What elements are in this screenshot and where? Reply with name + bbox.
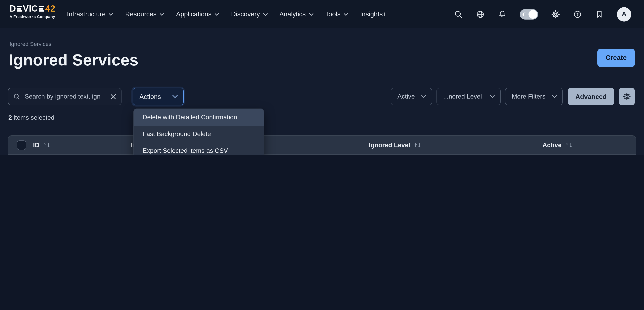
sort-icon: ↑↓ <box>565 142 572 148</box>
advanced-button[interactable]: Advanced <box>568 88 614 105</box>
user-avatar[interactable]: A <box>617 7 631 21</box>
globe-icon[interactable] <box>476 10 485 19</box>
toggle-knob <box>528 10 537 19</box>
menu-insights[interactable]: Insights+ <box>360 10 386 18</box>
search-box <box>8 88 122 105</box>
settings-gear-icon[interactable] <box>551 10 560 19</box>
brand-42: 42 <box>45 5 55 13</box>
menu-discovery[interactable]: Discovery <box>231 10 268 18</box>
chevron-down-icon <box>490 95 495 98</box>
chevron-down-icon <box>172 95 178 98</box>
brand-tagline: A Freshworks Company <box>10 14 55 19</box>
filter-ignored-level[interactable]: ...nored Level <box>436 88 500 105</box>
filter-bar: Active ...nored Level More Filters Advan… <box>391 88 635 105</box>
chevron-down-icon <box>309 13 313 16</box>
brand-e-icon <box>17 6 22 12</box>
actions-dropdown-menu: Delete with Detailed Confirmation Fast B… <box>134 108 264 155</box>
search-icon <box>13 93 20 100</box>
menu-tools[interactable]: Tools <box>325 10 348 18</box>
ignored-services-table: ID↑↓ Ignored Text Ignored Level↑↓ Active… <box>8 135 636 155</box>
menu-resources[interactable]: Resources <box>125 10 164 18</box>
chevron-down-icon <box>263 13 268 16</box>
create-button[interactable]: Create <box>598 49 635 67</box>
navbar-actions: ? A <box>454 0 631 28</box>
column-header-active[interactable]: Active↑↓ <box>542 136 572 155</box>
notifications-bell-icon[interactable] <box>498 10 506 19</box>
top-navbar: D VIC 42 A Freshworks Company Infrastruc… <box>0 0 644 28</box>
device42-app: D VIC 42 A Freshworks Company Infrastruc… <box>0 0 644 155</box>
column-header-ignored-level[interactable]: Ignored Level↑↓ <box>369 136 421 155</box>
menu-infrastructure[interactable]: Infrastructure <box>67 10 113 18</box>
chevron-down-icon <box>421 95 426 98</box>
table-row: 574 0 Service Instance Args <box>8 155 636 155</box>
device42-logo[interactable]: D VIC 42 A Freshworks Company <box>10 5 55 19</box>
chevron-down-icon <box>344 13 348 16</box>
brand-e-icon <box>39 6 44 12</box>
search-input[interactable] <box>24 93 109 101</box>
svg-text:?: ? <box>576 12 579 17</box>
filter-more-filters[interactable]: More Filters <box>505 88 563 105</box>
menu-analytics[interactable]: Analytics <box>280 10 313 18</box>
bookmark-icon[interactable] <box>595 10 604 19</box>
help-icon[interactable]: ? <box>573 10 582 19</box>
chevron-down-icon <box>552 95 557 98</box>
table-header-row: ID↑↓ Ignored Text Ignored Level↑↓ Active… <box>8 136 636 155</box>
column-header-id[interactable]: ID↑↓ <box>33 136 50 155</box>
clear-search-icon[interactable] <box>110 94 116 100</box>
sort-icon: ↑↓ <box>42 142 50 148</box>
chevron-down-icon <box>215 13 219 16</box>
dark-mode-toggle[interactable] <box>520 9 538 19</box>
gear-icon <box>623 93 631 101</box>
chevron-down-icon <box>109 13 113 16</box>
brand-wordmark: D VIC 42 <box>10 5 55 13</box>
menu-item-fast-background-delete[interactable]: Fast Background Delete <box>134 126 264 142</box>
actions-dropdown-button[interactable]: Actions <box>132 88 184 105</box>
filter-active[interactable]: Active <box>391 88 432 105</box>
main-menu: Infrastructure Resources Applications Di… <box>67 0 386 28</box>
moon-icon <box>521 11 527 17</box>
menu-item-delete-detailed[interactable]: Delete with Detailed Confirmation <box>134 109 264 126</box>
menu-applications[interactable]: Applications <box>176 10 219 18</box>
brand-d: D <box>10 5 16 13</box>
table-settings-button[interactable] <box>619 88 635 105</box>
chevron-down-icon <box>160 13 164 16</box>
page-title: Ignored Services <box>9 51 138 69</box>
sort-icon: ↑↓ <box>414 142 421 148</box>
search-icon[interactable] <box>454 10 463 19</box>
brand-vic: VIC <box>23 5 38 13</box>
selected-summary: 2 items selected <box>8 114 54 121</box>
breadcrumb[interactable]: Ignored Services <box>10 41 52 47</box>
select-all-checkbox[interactable] <box>17 140 26 150</box>
menu-item-export-csv[interactable]: Export Selected items as CSV <box>134 143 264 155</box>
